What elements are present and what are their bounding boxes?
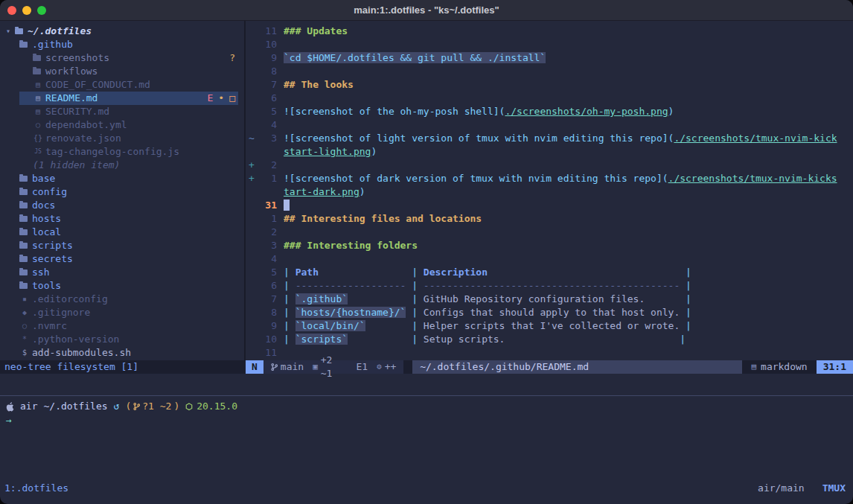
close-button[interactable]: [7, 6, 16, 15]
line-number: 31: [258, 199, 277, 212]
cursor-position: 31:1: [817, 360, 853, 374]
folder-icon: [33, 68, 41, 74]
editor-line[interactable]: 7| `.github` | GitHub Repository configu…: [246, 293, 853, 306]
pencil-file-icon: ▪: [19, 293, 30, 306]
lualine-statusline: N main ▣ +2 ~1 E1 ⚙ ++: [246, 360, 853, 374]
tree-item-.nvmrc[interactable]: ○.nvmrc: [0, 319, 244, 333]
editor-line[interactable]: 1## Interesting files and locations: [246, 212, 853, 226]
circle-file-icon: ○: [33, 118, 43, 132]
folder-icon: [19, 189, 28, 195]
editor-line[interactable]: 31: [246, 199, 853, 212]
tree-item-tag-changelog-config.js[interactable]: JStag-changelog-config.js: [0, 145, 244, 159]
editor-line[interactable]: 10: [246, 38, 853, 51]
tree-item-security.md[interactable]: ▤SECURITY.md: [0, 105, 244, 118]
editor-line-text: | `scripts` | Setup scripts. |: [284, 333, 853, 346]
line-number: [258, 145, 277, 159]
shell-prompt: air ~/.dotfiles ↺ ( ?1 ~2 ) 20.15.0: [6, 400, 847, 413]
tree-item-ssh[interactable]: ssh: [0, 266, 244, 279]
tree-item-dependabot.yml[interactable]: ○dependabot.yml: [0, 118, 244, 132]
tree-item-screenshots[interactable]: screenshots?: [0, 51, 244, 65]
zoom-button[interactable]: [37, 6, 46, 15]
editor-cursor: [284, 200, 290, 211]
editor-line[interactable]: start-light.png): [246, 145, 853, 159]
diff-icon: ▣: [313, 360, 318, 374]
editor-line[interactable]: 8: [246, 65, 853, 78]
tree-item--.dotfiles[interactable]: ▾~/.dotfiles: [0, 25, 244, 38]
editor-line[interactable]: 9`cd $HOME/.dotfiles && git pull && ./in…: [246, 51, 853, 65]
tree-item-readme.md[interactable]: ▤README.mdE•□: [0, 92, 244, 105]
editor-line[interactable]: 9| `local/bin/` | Helper scripts that I'…: [246, 319, 853, 333]
tmux-client: ▾~/.dotfiles.githubscreenshots?workflows…: [0, 21, 853, 504]
folder-open-icon: [19, 42, 28, 48]
tree-item-scripts[interactable]: scripts: [0, 239, 244, 252]
gitsign-column: [246, 25, 258, 38]
shell-file-icon: $: [19, 346, 30, 360]
tmux-label: TMUX: [822, 482, 846, 495]
gitsign-added-icon: +: [246, 159, 258, 172]
gitsign-column: [246, 346, 258, 360]
editor-line[interactable]: 11### Updates: [246, 25, 853, 38]
editor-line[interactable]: 7## The looks: [246, 78, 853, 92]
editor-buffer[interactable]: 11### Updates 10 9`cd $HOME/.dotfiles &&…: [246, 21, 853, 360]
gitsign-column: [246, 51, 258, 65]
gitsign-column: [246, 226, 258, 239]
editor-line-text: tart-dark.png): [284, 185, 853, 199]
editor-line[interactable]: ~3![screenshot of light version of tmux …: [246, 132, 853, 145]
titlebar[interactable]: main:1:.dotfiles - "ks~/.dotfiles": [0, 0, 853, 21]
prompt-arrow: →: [6, 415, 12, 426]
folder-icon: [19, 243, 28, 249]
editor-line[interactable]: 5![screenshot of the oh-my-posh shell](.…: [246, 105, 853, 118]
editor-line[interactable]: 4: [246, 118, 853, 132]
line-number: 9: [258, 319, 277, 333]
tree-item-badges: E•□: [208, 92, 244, 105]
editor-line[interactable]: 4: [246, 252, 853, 266]
tree-item-renovate.json[interactable]: {}renovate.json: [0, 132, 244, 145]
diagnostics-count: E1: [356, 360, 368, 374]
minimize-button[interactable]: [22, 6, 31, 15]
editor-line[interactable]: 6: [246, 92, 853, 105]
gitsign-changed-icon: ~: [246, 132, 258, 145]
editor-line-text: [284, 159, 853, 172]
tree-item-add-submodules.sh[interactable]: $add-submodules.sh: [0, 346, 244, 360]
gitsign-added-icon: +: [246, 172, 258, 185]
editor-line[interactable]: 2: [246, 226, 853, 239]
editor-line[interactable]: 5| Path | Description |: [246, 266, 853, 279]
doc-file-icon: ▤: [33, 105, 43, 118]
shell-pane[interactable]: air ~/.dotfiles ↺ ( ?1 ~2 ) 20.15.0 →: [0, 396, 853, 480]
editor-line[interactable]: +2: [246, 159, 853, 172]
tree-item--1-hidden-item-[interactable]: (1 hidden item): [0, 159, 244, 172]
editor-line[interactable]: 6| ------------------- | ---------------…: [246, 279, 853, 293]
editor-line[interactable]: tart-dark.png): [246, 185, 853, 199]
js-file-icon: JS: [33, 145, 43, 159]
braces-file-icon: {}: [33, 132, 43, 145]
editor-line[interactable]: 3### Interesting folders: [246, 239, 853, 252]
tree-item-.github[interactable]: .github: [0, 38, 244, 51]
tree-item-docs[interactable]: docs: [0, 199, 244, 212]
git-branch: main: [271, 360, 304, 374]
tree-item-badges: ?: [229, 51, 244, 65]
editor-line[interactable]: 10| `scripts` | Setup scripts. |: [246, 333, 853, 346]
chevron-down-icon[interactable]: ▾: [6, 25, 15, 38]
tree-item-secrets[interactable]: secrets: [0, 252, 244, 266]
tree-item-.python-version[interactable]: *.python-version: [0, 333, 244, 346]
tree-item-config[interactable]: config: [0, 185, 244, 199]
python-file-icon: *: [19, 333, 30, 346]
neo-tree-sidebar[interactable]: ▾~/.dotfiles.githubscreenshots?workflows…: [0, 21, 246, 360]
gitsign-column: [246, 185, 258, 199]
line-number: 6: [258, 92, 277, 105]
editor-line[interactable]: +1![screenshot of dark version of tmux w…: [246, 172, 853, 185]
tree-item-tools[interactable]: tools: [0, 279, 244, 293]
tree-item-.gitignore[interactable]: ◆.gitignore: [0, 306, 244, 319]
tree-item-local[interactable]: local: [0, 226, 244, 239]
tree-item-hosts[interactable]: hosts: [0, 212, 244, 226]
editor-line[interactable]: 8| `hosts/{hostname}/` | Configs that sh…: [246, 306, 853, 319]
tree-item-.editorconfig[interactable]: ▪.editorconfig: [0, 293, 244, 306]
line-number: 10: [258, 38, 277, 51]
editor-line-text: ## The looks: [284, 78, 853, 92]
neotree-statusline: neo-tree filesystem [1]: [0, 360, 246, 374]
tree-item-base[interactable]: base: [0, 172, 244, 185]
tree-item-code-of-conduct.md[interactable]: ▤CODE_OF_CONDUCT.md: [0, 78, 244, 92]
tmux-session-name: air/main: [758, 482, 805, 495]
tree-item-workflows[interactable]: workflows: [0, 65, 244, 78]
tmux-window-tab[interactable]: 1:.dotfiles: [4, 482, 68, 495]
